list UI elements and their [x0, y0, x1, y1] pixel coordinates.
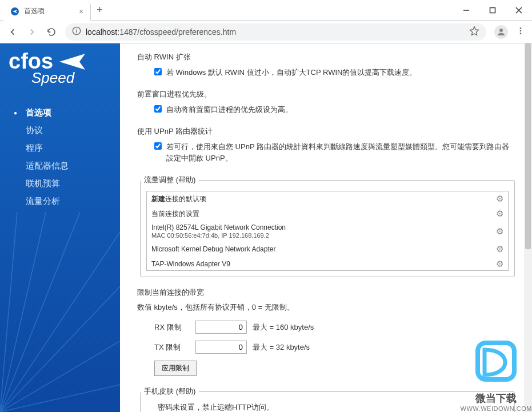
tx-limit-input[interactable] [195, 341, 247, 354]
traffic-help-link[interactable]: (帮助) [176, 175, 196, 184]
url-text: localhost:1487/cfosspeed/preferences.htm [86, 27, 465, 37]
foreground-checkbox-label: 自动将前置窗口进程的优先级设为高。 [166, 104, 515, 116]
section-upnp: 使用 UPnP 路由器统计 若可行，使用來自您 UPnP 路由器的統計資料來判斷… [137, 126, 515, 165]
section-title-rwin: 自动 RWIN 扩张 [137, 52, 515, 62]
svg-point-7 [76, 29, 77, 30]
svg-line-15 [0, 223, 120, 412]
nav-traffic-analysis[interactable]: 流量分析 [0, 193, 120, 210]
bookmark-star-icon[interactable] [469, 26, 479, 38]
nav-budget[interactable]: 联机预算 [0, 175, 120, 193]
nav-programs[interactable]: 程序 [0, 139, 120, 157]
traffic-legend: 流量调整 (帮助) [141, 175, 199, 185]
rwin-checkbox[interactable] [154, 68, 162, 75]
svg-line-16 [0, 281, 120, 412]
reload-button[interactable] [46, 26, 57, 38]
rx-limit-input[interactable] [195, 321, 247, 334]
adapter-list[interactable]: 新建连接的默认项 ⚙ 当前连接的设置 ⚙ Intel(R) 82574L Gig… [146, 191, 509, 271]
upnp-checkbox[interactable] [154, 142, 162, 150]
nav-adapter-info[interactable]: 适配器信息 [0, 157, 120, 175]
browser-toolbar: localhost:1487/cfosspeed/preferences.htm [0, 21, 532, 43]
svg-line-14 [0, 212, 80, 412]
section-title-upnp: 使用 UPnP 路由器统计 [137, 126, 515, 137]
tab-close-icon[interactable]: × [79, 7, 83, 16]
logo: cfos Speed [0, 43, 120, 98]
gear-icon[interactable]: ⚙ [496, 209, 503, 219]
section-rwin: 自动 RWIN 扩张 若 Windows 默认 RWIN 值过小，自动扩大TCP… [137, 52, 515, 79]
svg-point-10 [520, 30, 522, 32]
adapter-name: TAP-Windows Adapter V9 [151, 260, 496, 268]
adapter-row-kernel[interactable]: Microsoft Kernel Debug Network Adapter ⚙ [147, 242, 508, 257]
page-content: cfos Speed 首选项 协议 程序 适配器信息 联机预算 流量分析 自动 … [0, 43, 532, 412]
traffic-fieldset: 流量调整 (帮助) 新建连接的默认项 ⚙ 当前连接的设置 ⚙ Intel(R) … [140, 175, 515, 277]
minimize-button[interactable] [453, 1, 479, 19]
profile-avatar-icon[interactable] [494, 25, 508, 39]
browser-menu-icon[interactable] [516, 26, 525, 37]
adapter-name: Microsoft Kernel Debug Network Adapter [151, 245, 496, 253]
watermark-text: 微当下载 [461, 391, 532, 405]
limits-subtitle: 数值 kbyte/s，包括所有协议开销，0 = 无限制。 [137, 302, 515, 313]
sidebar-rays-decoration [0, 212, 120, 412]
adapter-row-default[interactable]: 新建连接的默认项 ⚙ [147, 191, 508, 206]
gear-icon[interactable]: ⚙ [496, 259, 503, 269]
apply-limits-button[interactable]: 应用限制 [154, 361, 197, 376]
sidebar: cfos Speed 首选项 协议 程序 适配器信息 联机预算 流量分析 [0, 43, 120, 412]
section-limits: 限制当前连接的带宽 数值 kbyte/s，包括所有协议开销，0 = 无限制。 R… [137, 287, 515, 376]
phone-skin-legend: 手机皮肤 (帮助) [141, 386, 199, 397]
gear-icon[interactable]: ⚙ [496, 244, 503, 254]
gear-icon[interactable]: ⚙ [496, 226, 503, 237]
adapter-name: 当前连接的设置 [151, 209, 496, 219]
svg-line-17 [0, 338, 120, 412]
adapter-row-intel[interactable]: Intel(R) 82574L Gigabit Network Connecti… [147, 221, 508, 242]
section-foreground: 前置窗口进程优先级。 自动将前置窗口进程的优先级设为高。 [137, 89, 515, 116]
adapter-name-rest: 连接的默认项 [165, 195, 206, 203]
watermark-logo-icon [467, 333, 525, 390]
svg-rect-2 [490, 7, 495, 13]
phone-skin-fieldset: 手机皮肤 (帮助) 密码未设置，禁止远端HTTP访问。 设置服务器密码 [140, 386, 515, 412]
section-title-foreground: 前置窗口进程优先级。 [137, 89, 515, 99]
maximize-button[interactable] [479, 1, 506, 19]
adapter-name: Intel(R) 82574L Gigabit Network Connecti… [151, 223, 496, 239]
upnp-checkbox-label: 若可行，使用來自您 UPnP 路由器的統計資料來判斷線路速度與流量塑型媒體類型。… [166, 141, 515, 165]
rx-limit-label: RX 限制 [154, 322, 190, 333]
window-titlebar: 首选项 × + [0, 0, 532, 21]
watermark-url: WWW.WEIDOWN.COM [461, 405, 532, 412]
new-tab-button[interactable]: + [97, 4, 103, 16]
tx-limit-max: 最大 = 32 kbyte/s [253, 342, 310, 353]
tab-favicon [10, 7, 19, 16]
svg-point-11 [520, 33, 522, 34]
back-button[interactable] [7, 26, 18, 38]
site-info-icon[interactable] [72, 26, 81, 37]
svg-line-18 [0, 383, 120, 412]
svg-line-12 [0, 212, 17, 412]
rwin-checkbox-label: 若 Windows 默认 RWIN 值过小，自动扩大TCP RWIN的值以提高下… [166, 67, 515, 79]
watermark: 微当下载 WWW.WEIDOWN.COM [461, 333, 532, 412]
scrollbar-thumb[interactable] [525, 43, 531, 249]
rx-limit-max: 最大 = 160 kbyte/s [253, 322, 314, 333]
nav-list: 首选项 协议 程序 适配器信息 联机预算 流量分析 [0, 98, 120, 216]
svg-line-13 [0, 212, 46, 412]
close-window-button[interactable] [506, 1, 532, 19]
tab-title: 首选项 [24, 6, 45, 16]
forward-button[interactable] [26, 26, 38, 38]
svg-point-8 [499, 29, 503, 32]
logo-sub: Speed [31, 69, 111, 87]
adapter-row-tap[interactable]: TAP-Windows Adapter V9 ⚙ [147, 257, 508, 271]
svg-point-9 [520, 27, 522, 29]
gear-icon[interactable]: ⚙ [496, 194, 503, 204]
browser-tab[interactable]: 首选项 × [3, 2, 91, 21]
address-bar[interactable]: localhost:1487/cfosspeed/preferences.htm [65, 23, 486, 41]
tx-limit-label: TX 限制 [154, 342, 190, 353]
phone-skin-help-link[interactable]: (帮助) [176, 387, 196, 395]
window-controls [453, 1, 532, 19]
nav-protocols[interactable]: 协议 [0, 122, 120, 139]
adapter-name-bold: 新建 [151, 195, 165, 203]
foreground-checkbox[interactable] [154, 105, 162, 113]
limits-title: 限制当前连接的带宽 [137, 287, 515, 298]
phone-skin-note: 密码未设置，禁止远端HTTP访问。 [158, 402, 497, 412]
nav-preferences[interactable]: 首选项 [0, 104, 120, 122]
adapter-row-current[interactable]: 当前连接的设置 ⚙ [147, 206, 508, 221]
